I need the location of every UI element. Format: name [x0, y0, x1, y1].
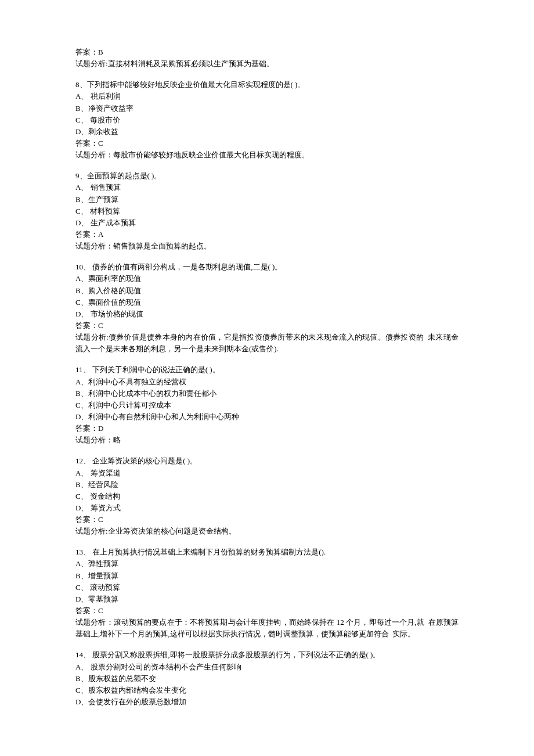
answer-line: 答案：C: [75, 605, 459, 617]
option-d: D、 生产成本预算: [75, 217, 459, 229]
option-d: D、剩余收益: [75, 126, 459, 138]
question-block: 9、全面预算的起点是( )。 A、 销售预算 B、生产预算 C、 材料预算 D、…: [75, 170, 459, 252]
option-b: B、购入价格的现值: [75, 285, 459, 297]
option-a: A、 股票分割对公司的资本结构不会产生任何影响: [75, 661, 459, 673]
answer-line: 答案：C: [75, 320, 459, 332]
option-a: A、利润中心不具有独立的经营权: [75, 376, 459, 388]
option-c: C、利润中心只计算可控成本: [75, 399, 459, 411]
question-stem: 10、 债券的价值有两部分构成，一是各期利息的现值,二是( )。: [75, 261, 459, 273]
analysis-line: 试题分析：略: [75, 434, 459, 446]
analysis-line: 试题分析:债券价值是债券本身的内在价值，它是指投资债券所带来的未来现金流入的现值…: [75, 332, 459, 355]
question-block: 14、 股票分割又称股票拆细,即将一股股票拆分成多股股票的行为，下列说法不正确的…: [75, 649, 459, 708]
option-c: C、 每股市价: [75, 114, 459, 126]
option-d: D、 市场价格的现值: [75, 308, 459, 320]
option-a: A、 税后利润: [75, 91, 459, 102]
answer-line: 答案：A: [75, 229, 459, 240]
question-block: 12、 企业筹资决策的核心问题是( )。 A、 筹资渠道 B、经营风险 C、 资…: [75, 455, 459, 537]
question-block: 13、 在上月预算执行情况基础上来编制下月份预算的财务预算编制方法是(). A、…: [75, 546, 459, 640]
question-stem: 9、全面预算的起点是( )。: [75, 170, 459, 182]
option-a: A、 销售预算: [75, 182, 459, 193]
question-stem: 13、 在上月预算执行情况基础上来编制下月份预算的财务预算编制方法是().: [75, 546, 459, 558]
question-block: 11、 下列关于利润中心的说法正确的是( )。 A、利润中心不具有独立的经营权 …: [75, 364, 459, 446]
option-c: C、 资金结构: [75, 491, 459, 502]
question-stem: 8、下列指标中能够较好地反映企业价值最大化目标实现程度的是( )。: [75, 79, 459, 91]
option-a: A、票面利率的现值: [75, 273, 459, 285]
option-c: C、 材料预算: [75, 206, 459, 217]
option-c: C、股东权益内部结构会发生变化: [75, 685, 459, 696]
document-page: 答案：B 试题分析:直接材料消耗及采购预算必须以生产预算为基础。 8、下列指标中…: [0, 0, 534, 756]
option-b: B、增量预算: [75, 570, 459, 582]
analysis-line: 试题分析：销售预算是全面预算的起点。: [75, 240, 459, 252]
question-block: 8、下列指标中能够较好地反映企业价值最大化目标实现程度的是( )。 A、 税后利…: [75, 79, 459, 161]
option-b: B、股东权益的总额不变: [75, 673, 459, 685]
q7-answer-block: 答案：B 试题分析:直接材料消耗及采购预算必须以生产预算为基础。: [75, 46, 459, 70]
answer-line: 答案：D: [75, 423, 459, 434]
answer-line: 答案：C: [75, 138, 459, 149]
analysis-line: 试题分析:企业筹资决策的核心问题是资金结构。: [75, 525, 459, 537]
question-stem: 11、 下列关于利润中心的说法正确的是( )。: [75, 364, 459, 376]
analysis-line: 试题分析：每股市价能够较好地反映企业价值最大化目标实现的程度。: [75, 149, 459, 161]
option-b: B、生产预算: [75, 194, 459, 206]
analysis-line: 试题分析：滚动预算的要点在于：不将预算期与会计年度挂钩，而始终保持在 12 个月…: [75, 617, 459, 640]
answer-line: 答案：C: [75, 514, 459, 525]
option-d: D、零基预算: [75, 593, 459, 605]
option-a: A、弹性预算: [75, 558, 459, 570]
option-d: D、利润中心有自然利润中心和人为利润中心两种: [75, 411, 459, 423]
option-c: C、票面价值的现值: [75, 297, 459, 308]
option-d: D、会使发行在外的股票总数增加: [75, 696, 459, 708]
question-stem: 12、 企业筹资决策的核心问题是( )。: [75, 455, 459, 467]
option-d: D、 筹资方式: [75, 502, 459, 514]
answer-line: 答案：B: [75, 46, 459, 58]
option-b: B、利润中心比成本中心的权力和责任都小: [75, 388, 459, 399]
option-b: B、经营风险: [75, 479, 459, 491]
option-a: A、 筹资渠道: [75, 467, 459, 479]
option-c: C、 滚动预算: [75, 582, 459, 593]
question-stem: 14、 股票分割又称股票拆细,即将一股股票拆分成多股股票的行为，下列说法不正确的…: [75, 649, 459, 661]
analysis-line: 试题分析:直接材料消耗及采购预算必须以生产预算为基础。: [75, 58, 459, 70]
option-b: B、净资产收益率: [75, 103, 459, 114]
question-block: 10、 债券的价值有两部分构成，一是各期利息的现值,二是( )。 A、票面利率的…: [75, 261, 459, 355]
